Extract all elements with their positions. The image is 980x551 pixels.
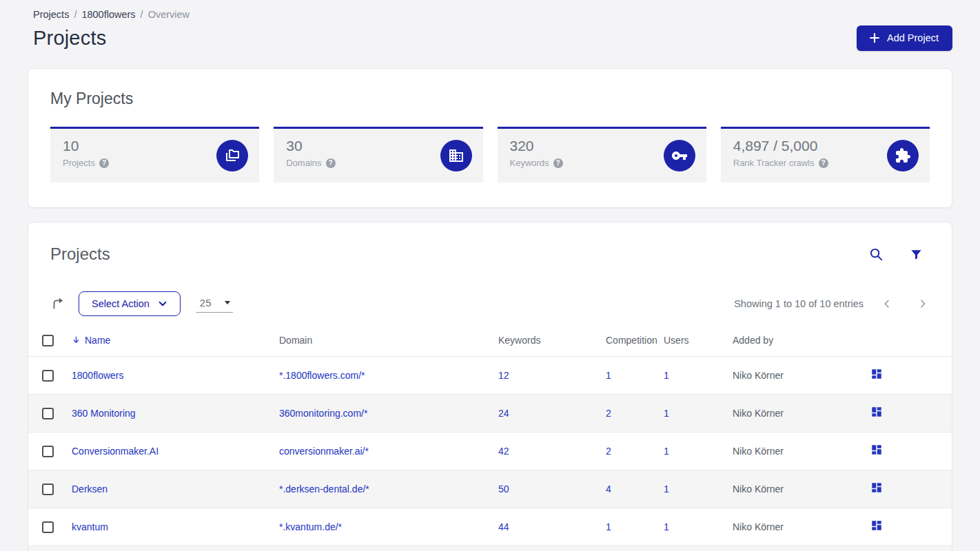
building-icon [440,140,472,171]
filter-icon[interactable] [910,248,923,261]
project-name-link[interactable]: 1800flowers [72,370,124,381]
table-header-row: Name Domain Keywords Competition Users A… [28,334,952,356]
added-by-name: Niko Körner [733,446,784,457]
column-header-added-by[interactable]: Added by [733,334,870,356]
competition-count[interactable]: 1 [606,521,611,532]
project-domain-link[interactable]: *.kvantum.de/* [279,521,342,532]
project-name-link[interactable]: Derksen [72,484,108,495]
keywords-count[interactable]: 50 [498,484,509,495]
help-icon[interactable]: ? [553,158,563,168]
column-label: Name [85,335,110,346]
showing-entries-text: Showing 1 to 10 of 10 entries [734,298,864,309]
stat-label-text: Domains [286,158,321,168]
caret-down-icon [225,301,230,304]
row-checkbox[interactable] [42,370,54,382]
project-domain-link[interactable]: *.derksen-dental.de/* [279,484,369,495]
select-action-button[interactable]: Select Action [79,291,181,316]
chevron-right-icon[interactable] [917,298,928,309]
keywords-count[interactable]: 42 [498,446,509,457]
stacked-folders-icon [216,140,248,171]
search-icon[interactable] [869,247,884,262]
stat-label-text: Projects [63,158,95,168]
breadcrumb-separator: / [74,9,76,20]
chevron-down-icon [158,299,167,309]
stat-rank-tracker: 4,897 / 5,000 Rank Tracker crawls ? [721,127,930,183]
chevron-left-icon[interactable] [881,298,892,309]
help-icon[interactable]: ? [99,158,109,168]
page-size-select[interactable]: 25 [196,295,233,313]
table-card-header: Projects [28,245,952,264]
stat-label-text: Rank Tracker crawls [733,158,815,168]
added-by-name: Niko Körner [733,370,784,381]
row-checkbox[interactable] [42,408,54,419]
breadcrumb-overview: Overview [148,9,190,20]
key-icon [664,140,695,171]
pagination: Showing 1 to 10 of 10 entries [734,298,930,309]
users-count[interactable]: 1 [664,521,669,532]
keywords-count[interactable]: 44 [498,521,509,532]
column-header-domain[interactable]: Domain [279,334,498,356]
project-domain-link[interactable]: conversionmaker.ai/* [279,446,369,457]
my-projects-card: My Projects 10 Projects ? 30 Doma [28,68,952,208]
table-row: 1800flowers *.1800flowers.com/* 12 1 1 N… [28,356,952,394]
project-name-link[interactable]: kvantum [72,521,108,532]
stats-row: 10 Projects ? 30 Domains ? [50,127,930,183]
keywords-count[interactable]: 12 [498,370,509,381]
users-count[interactable]: 1 [664,446,669,457]
breadcrumb-1800flowers[interactable]: 1800flowers [81,9,135,20]
stat-domains: 30 Domains ? [274,127,482,183]
forward-arrow-icon[interactable] [50,296,65,311]
competition-count[interactable]: 2 [606,446,611,457]
users-count[interactable]: 1 [664,408,669,419]
row-checkbox[interactable] [42,446,54,457]
column-header-keywords[interactable]: Keywords [498,334,606,356]
my-projects-title: My Projects [50,90,930,108]
projects-table-card: Projects [28,222,952,551]
page-size-value: 25 [200,297,212,309]
help-icon[interactable]: ? [326,158,336,168]
add-project-button[interactable]: Add Project [857,25,952,51]
keywords-count[interactable]: 24 [498,408,509,419]
plus-icon [869,32,880,43]
puzzle-piece-icon [887,140,919,171]
page-title: Projects [33,27,106,50]
dashboard-grid-icon[interactable] [870,368,883,380]
dashboard-grid-icon[interactable] [870,444,883,456]
project-name-link[interactable]: Conversionmaker.AI [72,446,159,457]
added-by-name: Niko Körner [733,521,784,532]
select-action-label: Select Action [92,298,150,309]
help-icon[interactable]: ? [819,158,828,168]
competition-count[interactable]: 2 [606,408,611,419]
sort-arrow-down-icon [72,335,81,344]
row-checkbox[interactable] [42,521,54,533]
column-header-name[interactable]: Name [72,334,279,356]
breadcrumb-separator: / [141,9,143,20]
table-row: 360 Monitoring 360monitoring.com/* 24 2 … [28,394,952,432]
projects-table: Name Domain Keywords Competition Users A… [28,334,952,546]
project-domain-link[interactable]: *.1800flowers.com/* [279,370,365,381]
column-header-competition[interactable]: Competition [606,334,664,356]
stat-projects: 10 Projects ? [50,127,259,183]
table-row: Derksen *.derksen-dental.de/* 50 4 1 Nik… [28,470,952,508]
stat-label-text: Keywords [510,158,549,168]
project-domain-link[interactable]: 360monitoring.com/* [279,408,367,419]
competition-count[interactable]: 4 [606,484,611,495]
table-row: kvantum *.kvantum.de/* 44 1 1 Niko Körne… [28,508,952,545]
row-checkbox[interactable] [42,484,54,495]
breadcrumb-projects[interactable]: Projects [33,9,69,20]
project-name-link[interactable]: 360 Monitoring [72,408,136,419]
users-count[interactable]: 1 [664,370,669,381]
dashboard-grid-icon[interactable] [870,406,883,418]
table-row: Conversionmaker.AI conversionmaker.ai/* … [28,432,952,470]
add-project-label: Add Project [887,32,939,43]
dashboard-grid-icon[interactable] [870,519,883,532]
stat-keywords: 320 Keywords ? [498,127,706,183]
table-card-title: Projects [50,245,110,264]
dashboard-grid-icon[interactable] [870,481,883,494]
competition-count[interactable]: 1 [606,370,611,381]
users-count[interactable]: 1 [664,484,669,495]
column-header-users[interactable]: Users [664,334,733,356]
added-by-name: Niko Körner [733,408,784,419]
table-toolbar: Select Action 25 Showing 1 to 10 of 10 e… [28,291,952,316]
select-all-checkbox[interactable] [42,335,54,346]
